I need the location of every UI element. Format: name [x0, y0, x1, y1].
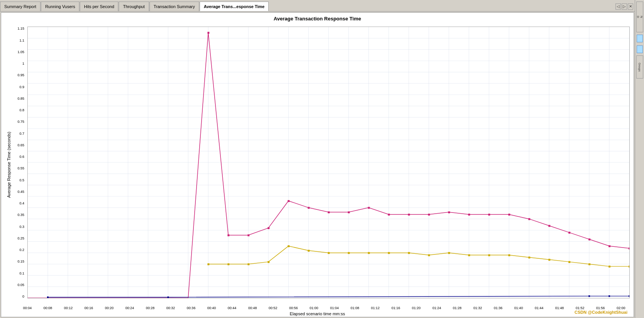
- x-tick: 02:00: [617, 306, 626, 310]
- yellow-point: [548, 259, 550, 261]
- tab-hits-per-second[interactable]: Hits per Second: [80, 2, 118, 11]
- blue-point: [589, 295, 590, 297]
- yellow-point: [388, 252, 390, 254]
- yellow-point: [408, 252, 410, 254]
- x-tick: 00:12: [64, 306, 73, 310]
- x-tick: 01:32: [473, 306, 482, 310]
- pink-point: [448, 211, 450, 213]
- tab-throughput[interactable]: Throughput: [119, 2, 149, 11]
- y-axis-ticks: 0 0.05 0.1 0.15 0.2 0.25 0.3 0.35 0.4 0.…: [3, 27, 26, 298]
- y-tick: 0.6: [3, 155, 26, 159]
- watermark: CSDN @CodeKnightShuai: [575, 310, 627, 315]
- y-tick: 0.25: [3, 236, 26, 240]
- y-axis-label: Average Response Time (seconds): [7, 132, 11, 198]
- pink-point: [328, 211, 330, 213]
- x-tick: 01:16: [392, 306, 400, 310]
- yellow-point: [629, 266, 629, 268]
- x-tick: 00:56: [289, 306, 298, 310]
- x-tick: 00:04: [23, 306, 32, 310]
- x-tick: 01:40: [514, 306, 523, 310]
- x-tick: 00:20: [105, 306, 114, 310]
- tab-summary-report[interactable]: Summary Report: [0, 2, 40, 11]
- pink-point: [568, 232, 570, 234]
- chart-container: Average Transaction Response Time Averag…: [1, 12, 634, 317]
- x-tick: 00:28: [146, 306, 155, 310]
- y-tick: 1.05: [3, 50, 26, 54]
- sidebar-btn-2[interactable]: Groups: [636, 55, 643, 79]
- y-tick: 1.15: [3, 27, 26, 30]
- x-tick: 01:36: [494, 306, 503, 310]
- y-tick: 0.85: [3, 97, 26, 100]
- y-tick: 0.4: [3, 201, 26, 205]
- pink-point: [609, 245, 610, 247]
- chart-plot-area: [27, 27, 630, 298]
- y-tick: 0: [3, 295, 26, 298]
- tab-avg-trans-response-time[interactable]: Average Trans...esponse Time: [200, 2, 269, 11]
- yellow-point: [348, 252, 350, 254]
- yellow-point: [488, 254, 490, 256]
- pink-point: [368, 207, 370, 209]
- main-container: Summary Report Running Vusers Hits per S…: [0, 0, 644, 318]
- yellow-point: [568, 261, 570, 263]
- pink-point: [308, 207, 309, 209]
- y-tick: 1.1: [3, 38, 26, 42]
- tab-close-button[interactable]: ✕: [628, 3, 633, 10]
- yellow-point: [428, 254, 430, 256]
- y-tick: 1: [3, 62, 26, 65]
- yellow-point: [468, 254, 470, 256]
- x-tick: 01:28: [453, 306, 462, 310]
- pink-point: [629, 248, 629, 249]
- yellow-point: [368, 252, 370, 254]
- tab-transaction-summary[interactable]: Transaction Summary: [150, 2, 199, 11]
- yellow-point: [448, 252, 450, 254]
- yellow-point: [328, 252, 330, 254]
- x-tick: 01:56: [596, 306, 605, 310]
- y-tick: 0.95: [3, 73, 26, 77]
- x-tick: 01:00: [309, 306, 318, 310]
- pink-point: [508, 214, 510, 216]
- x-tick: 01:48: [555, 306, 564, 310]
- y-tick: 0.55: [3, 166, 26, 170]
- tab-bar: Summary Report Running Vusers Hits per S…: [0, 0, 635, 12]
- yellow-point: [288, 245, 289, 247]
- pink-point: [528, 218, 530, 220]
- y-tick: 0.75: [3, 120, 26, 124]
- yellow-point: [227, 263, 229, 265]
- yellow-point: [528, 256, 530, 258]
- sidebar-indicator-2: [637, 45, 643, 53]
- pink-point: [589, 239, 590, 241]
- pink-point: [408, 214, 410, 216]
- sidebar-btn-1[interactable]: RANDOM: [636, 2, 643, 32]
- blue-point: [47, 296, 49, 298]
- blue-point: [167, 296, 169, 298]
- y-tick: 0.7: [3, 132, 26, 136]
- y-tick: 0.2: [3, 248, 26, 252]
- y-tick: 0.3: [3, 225, 26, 229]
- pink-point: [468, 214, 470, 216]
- x-tick: 00:32: [166, 306, 175, 310]
- blue-point: [629, 295, 629, 297]
- right-sidebar: RANDOM Groups: [635, 0, 644, 318]
- yellow-point: [207, 263, 209, 265]
- blue-point: [609, 295, 610, 297]
- y-tick: 0.05: [3, 283, 26, 287]
- tab-prev-button[interactable]: ◁: [615, 3, 621, 10]
- x-tick: 01:08: [350, 306, 359, 310]
- tab-running-vusers[interactable]: Running Vusers: [41, 2, 79, 11]
- yellow-point: [247, 263, 249, 265]
- x-tick: 00:52: [269, 306, 277, 310]
- yellow-point: [609, 266, 610, 268]
- pink-point: [267, 227, 269, 229]
- x-tick: 01:52: [576, 306, 585, 310]
- yellow-point: [308, 250, 309, 252]
- pink-point: [207, 32, 209, 34]
- x-axis-ticks: 00:04 00:08 00:12 00:16 00:20 00:24 00:2…: [27, 306, 630, 310]
- pink-point: [227, 234, 229, 236]
- pink-point: [428, 214, 430, 216]
- x-tick: 00:08: [44, 306, 52, 310]
- tab-next-button[interactable]: ▷: [622, 3, 627, 10]
- pink-point: [548, 225, 550, 227]
- pink-point: [488, 214, 490, 216]
- x-tick: 01:44: [535, 306, 543, 310]
- yellow-point: [508, 254, 510, 256]
